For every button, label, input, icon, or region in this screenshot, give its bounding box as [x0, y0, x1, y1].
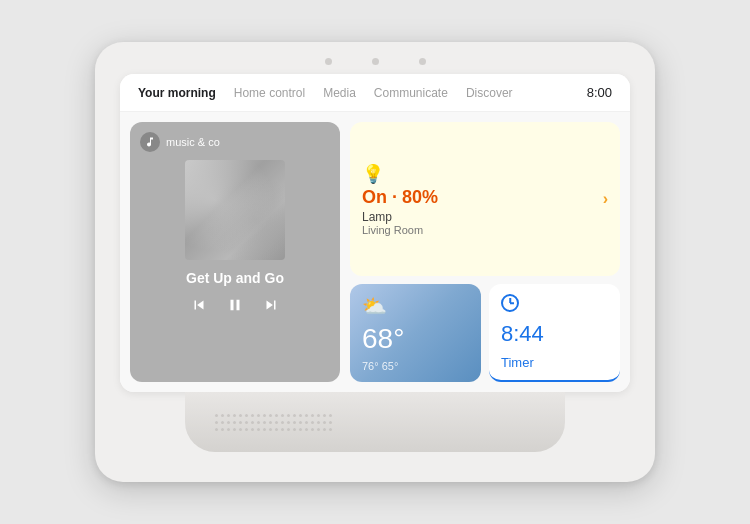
device-top-bar — [95, 42, 655, 74]
timer-label: Timer — [501, 355, 608, 370]
timer-card[interactable]: 8:44 Timer — [489, 284, 620, 382]
timer-top — [501, 294, 608, 312]
prev-button[interactable] — [190, 296, 208, 314]
grille-row-1 — [215, 414, 535, 417]
camera-right — [419, 58, 426, 65]
light-name: Lamp — [362, 210, 608, 224]
weather-icon-row: ⛅ — [362, 294, 469, 318]
weather-temperature: 68° — [362, 325, 469, 353]
speaker-grille — [215, 400, 535, 444]
nav-item-communicate[interactable]: Communicate — [374, 86, 448, 100]
camera-center — [372, 58, 379, 65]
weather-icon: ⛅ — [362, 294, 387, 318]
music-source-label: music & co — [166, 136, 220, 148]
right-column: 💡 On · 80% Lamp Living Room › ⛅ 68° — [350, 122, 620, 382]
nav-item-your-morning[interactable]: Your morning — [138, 86, 216, 100]
light-top: 💡 — [362, 163, 608, 185]
grille-row-3 — [215, 428, 535, 431]
light-bulb-icon: 💡 — [362, 163, 384, 185]
chevron-right-icon: › — [603, 190, 608, 208]
song-title: Get Up and Go — [186, 270, 284, 286]
light-room: Living Room — [362, 224, 608, 236]
bottom-row: ⛅ 68° 76° 65° 8:44 Timer — [350, 284, 620, 382]
light-status: On · 80% — [362, 187, 608, 208]
google-nest-hub: Your morning Home control Media Communic… — [95, 42, 655, 482]
timer-icon — [501, 294, 519, 312]
nav-item-media[interactable]: Media — [323, 86, 356, 100]
device-speaker-base — [185, 392, 565, 452]
music-service-icon — [140, 132, 160, 152]
nav-bar: Your morning Home control Media Communic… — [120, 74, 630, 112]
nav-time: 8:00 — [587, 85, 612, 100]
grille-row-2 — [215, 421, 535, 424]
music-controls — [190, 296, 280, 314]
nav-item-home-control[interactable]: Home control — [234, 86, 305, 100]
camera-left — [325, 58, 332, 65]
nav-item-discover[interactable]: Discover — [466, 86, 513, 100]
content-area: music & co Get Up and Go — [120, 112, 630, 392]
weather-card[interactable]: ⛅ 68° 76° 65° — [350, 284, 481, 382]
timer-time: 8:44 — [501, 323, 608, 345]
play-pause-button[interactable] — [226, 296, 244, 314]
device-screen: Your morning Home control Media Communic… — [120, 74, 630, 392]
next-button[interactable] — [262, 296, 280, 314]
light-card[interactable]: 💡 On · 80% Lamp Living Room › — [350, 122, 620, 276]
weather-range: 76° 65° — [362, 360, 469, 372]
album-art — [185, 160, 285, 260]
music-header: music & co — [140, 132, 330, 152]
music-card[interactable]: music & co Get Up and Go — [130, 122, 340, 382]
